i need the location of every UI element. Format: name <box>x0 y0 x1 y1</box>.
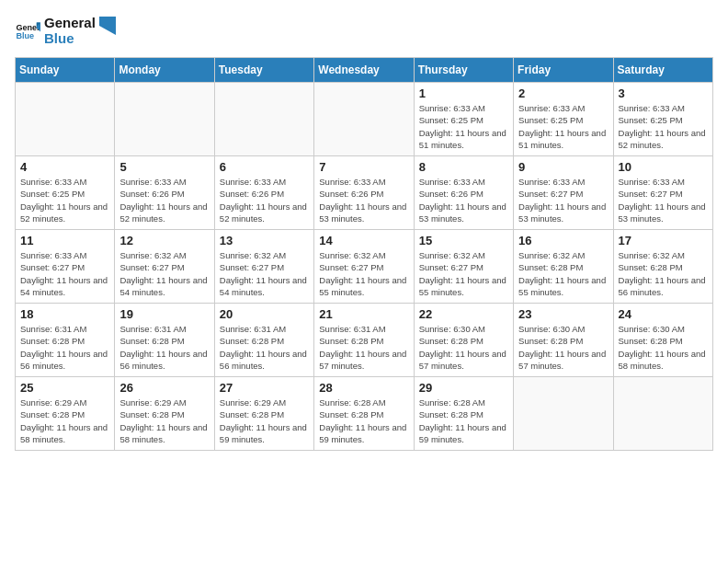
day-info: Sunrise: 6:32 AM Sunset: 6:27 PM Dayligh… <box>419 249 508 298</box>
calendar-day-cell <box>115 83 214 156</box>
day-number: 10 <box>619 160 708 174</box>
calendar-day-cell: 26Sunrise: 6:29 AM Sunset: 6:28 PM Dayli… <box>115 377 214 451</box>
day-number: 26 <box>119 381 209 395</box>
day-number: 20 <box>220 307 309 321</box>
calendar-week-row: 1Sunrise: 6:33 AM Sunset: 6:25 PM Daylig… <box>16 83 713 156</box>
day-info: Sunrise: 6:28 AM Sunset: 6:28 PM Dayligh… <box>419 396 508 445</box>
weekday-header-cell: Thursday <box>414 58 513 83</box>
day-info: Sunrise: 6:33 AM Sunset: 6:25 PM Dayligh… <box>518 102 608 151</box>
calendar-day-cell: 8Sunrise: 6:33 AM Sunset: 6:26 PM Daylig… <box>414 156 513 230</box>
calendar-week-row: 11Sunrise: 6:33 AM Sunset: 6:27 PM Dayli… <box>16 230 713 304</box>
day-info: Sunrise: 6:28 AM Sunset: 6:28 PM Dayligh… <box>319 396 408 445</box>
day-number: 6 <box>220 160 309 174</box>
calendar-day-cell: 21Sunrise: 6:31 AM Sunset: 6:28 PM Dayli… <box>314 304 414 377</box>
calendar-table: SundayMondayTuesdayWednesdayThursdayFrid… <box>15 57 713 451</box>
day-number: 19 <box>119 307 209 321</box>
calendar-day-cell: 12Sunrise: 6:32 AM Sunset: 6:27 PM Dayli… <box>115 230 214 304</box>
weekday-header-cell: Friday <box>514 58 613 83</box>
calendar-day-cell: 15Sunrise: 6:32 AM Sunset: 6:27 PM Dayli… <box>414 230 513 304</box>
day-number: 12 <box>119 234 209 247</box>
calendar-day-cell: 17Sunrise: 6:32 AM Sunset: 6:28 PM Dayli… <box>613 230 712 304</box>
day-info: Sunrise: 6:33 AM Sunset: 6:25 PM Dayligh… <box>20 176 109 224</box>
logo-triangle-icon <box>99 17 116 44</box>
day-info: Sunrise: 6:29 AM Sunset: 6:28 PM Dayligh… <box>220 396 309 445</box>
calendar-day-cell: 7Sunrise: 6:33 AM Sunset: 6:26 PM Daylig… <box>314 156 414 230</box>
day-number: 18 <box>20 307 109 321</box>
day-info: Sunrise: 6:30 AM Sunset: 6:28 PM Dayligh… <box>518 323 608 372</box>
day-number: 7 <box>319 160 408 174</box>
calendar-day-cell: 14Sunrise: 6:32 AM Sunset: 6:27 PM Dayli… <box>314 230 414 304</box>
day-info: Sunrise: 6:33 AM Sunset: 6:25 PM Dayligh… <box>419 102 508 151</box>
day-number: 22 <box>419 307 508 321</box>
day-number: 16 <box>518 234 608 247</box>
calendar-day-cell: 18Sunrise: 6:31 AM Sunset: 6:28 PM Dayli… <box>16 304 115 377</box>
calendar-day-cell: 23Sunrise: 6:30 AM Sunset: 6:28 PM Dayli… <box>514 304 613 377</box>
calendar-day-cell: 20Sunrise: 6:31 AM Sunset: 6:28 PM Dayli… <box>214 304 313 377</box>
day-number: 28 <box>319 381 408 395</box>
svg-marker-4 <box>99 17 116 35</box>
day-number: 8 <box>419 160 508 174</box>
calendar-day-cell: 19Sunrise: 6:31 AM Sunset: 6:28 PM Dayli… <box>115 304 214 377</box>
calendar-day-cell <box>613 377 712 451</box>
calendar-day-cell <box>314 83 414 156</box>
day-number: 14 <box>319 234 408 247</box>
calendar-day-cell: 22Sunrise: 6:30 AM Sunset: 6:28 PM Dayli… <box>414 304 513 377</box>
weekday-header-row: SundayMondayTuesdayWednesdayThursdayFrid… <box>16 58 713 83</box>
page-header: General Blue General Blue <box>15 15 713 46</box>
calendar-day-cell <box>16 83 115 156</box>
day-info: Sunrise: 6:31 AM Sunset: 6:28 PM Dayligh… <box>119 323 209 372</box>
day-number: 21 <box>319 307 408 321</box>
day-info: Sunrise: 6:31 AM Sunset: 6:28 PM Dayligh… <box>220 323 309 372</box>
day-info: Sunrise: 6:33 AM Sunset: 6:27 PM Dayligh… <box>20 249 109 298</box>
calendar-day-cell: 1Sunrise: 6:33 AM Sunset: 6:25 PM Daylig… <box>414 83 513 156</box>
calendar-day-cell: 11Sunrise: 6:33 AM Sunset: 6:27 PM Dayli… <box>16 230 115 304</box>
calendar-day-cell: 28Sunrise: 6:28 AM Sunset: 6:28 PM Dayli… <box>314 377 414 451</box>
calendar-day-cell: 9Sunrise: 6:33 AM Sunset: 6:27 PM Daylig… <box>514 156 613 230</box>
day-info: Sunrise: 6:33 AM Sunset: 6:26 PM Dayligh… <box>319 176 408 224</box>
day-info: Sunrise: 6:31 AM Sunset: 6:28 PM Dayligh… <box>20 323 109 372</box>
logo-icon: General Blue <box>15 17 40 43</box>
day-info: Sunrise: 6:30 AM Sunset: 6:28 PM Dayligh… <box>419 323 508 372</box>
logo-blue: Blue <box>44 30 96 46</box>
calendar-day-cell: 27Sunrise: 6:29 AM Sunset: 6:28 PM Dayli… <box>214 377 313 451</box>
day-info: Sunrise: 6:32 AM Sunset: 6:27 PM Dayligh… <box>220 249 309 298</box>
day-info: Sunrise: 6:33 AM Sunset: 6:27 PM Dayligh… <box>619 176 708 224</box>
calendar-day-cell: 25Sunrise: 6:29 AM Sunset: 6:28 PM Dayli… <box>16 377 115 451</box>
day-info: Sunrise: 6:30 AM Sunset: 6:28 PM Dayligh… <box>619 323 708 372</box>
day-info: Sunrise: 6:31 AM Sunset: 6:28 PM Dayligh… <box>319 323 408 372</box>
day-number: 3 <box>619 86 708 100</box>
day-info: Sunrise: 6:32 AM Sunset: 6:28 PM Dayligh… <box>619 249 708 298</box>
day-info: Sunrise: 6:33 AM Sunset: 6:27 PM Dayligh… <box>518 176 608 224</box>
weekday-header-cell: Monday <box>115 58 214 83</box>
calendar-day-cell: 10Sunrise: 6:33 AM Sunset: 6:27 PM Dayli… <box>613 156 712 230</box>
day-info: Sunrise: 6:33 AM Sunset: 6:26 PM Dayligh… <box>419 176 508 224</box>
day-number: 9 <box>518 160 608 174</box>
weekday-header-cell: Sunday <box>16 58 115 83</box>
weekday-header-cell: Wednesday <box>314 58 414 83</box>
day-info: Sunrise: 6:32 AM Sunset: 6:27 PM Dayligh… <box>119 249 209 298</box>
calendar-day-cell: 24Sunrise: 6:30 AM Sunset: 6:28 PM Dayli… <box>613 304 712 377</box>
day-number: 24 <box>619 307 708 321</box>
day-number: 1 <box>419 86 508 100</box>
calendar-day-cell: 3Sunrise: 6:33 AM Sunset: 6:25 PM Daylig… <box>613 83 712 156</box>
calendar-day-cell: 6Sunrise: 6:33 AM Sunset: 6:26 PM Daylig… <box>214 156 313 230</box>
day-info: Sunrise: 6:32 AM Sunset: 6:27 PM Dayligh… <box>319 249 408 298</box>
day-info: Sunrise: 6:33 AM Sunset: 6:25 PM Dayligh… <box>619 102 708 151</box>
calendar-day-cell: 29Sunrise: 6:28 AM Sunset: 6:28 PM Dayli… <box>414 377 513 451</box>
day-number: 13 <box>220 234 309 247</box>
day-number: 2 <box>518 86 608 100</box>
day-number: 25 <box>20 381 109 395</box>
day-number: 4 <box>20 160 109 174</box>
day-number: 23 <box>518 307 608 321</box>
weekday-header-cell: Tuesday <box>214 58 313 83</box>
calendar-day-cell: 4Sunrise: 6:33 AM Sunset: 6:25 PM Daylig… <box>16 156 115 230</box>
day-number: 29 <box>419 381 508 395</box>
calendar-day-cell: 13Sunrise: 6:32 AM Sunset: 6:27 PM Dayli… <box>214 230 313 304</box>
svg-text:Blue: Blue <box>16 31 34 40</box>
day-number: 27 <box>220 381 309 395</box>
day-info: Sunrise: 6:33 AM Sunset: 6:26 PM Dayligh… <box>119 176 209 224</box>
day-number: 15 <box>419 234 508 247</box>
day-info: Sunrise: 6:29 AM Sunset: 6:28 PM Dayligh… <box>20 396 109 445</box>
day-number: 5 <box>119 160 209 174</box>
logo-general: General <box>44 15 96 30</box>
